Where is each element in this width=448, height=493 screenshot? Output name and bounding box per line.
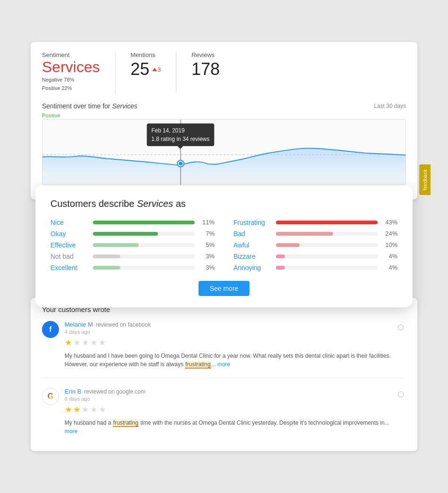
review-date-2: 6 days ago: [65, 396, 392, 402]
arrow-up-icon: [152, 68, 157, 71]
review-content-1: Melanie M reviewed on facebook 4 days ag…: [65, 321, 392, 369]
stars-2: ★ ★ ★ ★ ★: [65, 404, 392, 415]
top-card: Sentiment Services Negative 78% Positive…: [31, 42, 417, 199]
star-1-5: ★: [99, 337, 106, 348]
descriptor-label-nice: Nice: [50, 219, 88, 226]
external-link-icon-2[interactable]: ⬡: [398, 390, 404, 435]
descriptors-right: Frustrating 43% Bad 24% Awful: [233, 219, 398, 271]
descriptor-label-bad: Bad: [233, 230, 271, 238]
descriptor-label-frustrating: Frustrating: [233, 219, 271, 226]
descriptor-row-awful[interactable]: Awful 10%: [233, 241, 398, 249]
more-link-1[interactable]: more: [217, 361, 230, 368]
sentiment-block: Sentiment Services Negative 78% Positive…: [42, 51, 100, 92]
star-1-4: ★: [90, 337, 98, 348]
descriptor-label-annoying: Annoying: [233, 264, 271, 271]
review-author-2: Erin B: [65, 388, 81, 395]
descriptor-row-notbad[interactable]: Not bad 3%: [50, 253, 215, 260]
star-2-1: ★: [65, 404, 72, 415]
divider-reviews: [176, 51, 176, 92]
descriptor-row-excellent[interactable]: Excellent 3%: [50, 264, 215, 271]
pct-nice: 11%: [199, 219, 215, 226]
review-platform-1: reviewed on facebook: [96, 321, 151, 328]
sentiment-label: Sentiment: [42, 51, 100, 58]
star-1-1: ★: [65, 337, 72, 348]
descriptor-row-effective[interactable]: Effective 5%: [50, 241, 215, 249]
feedback-tab[interactable]: feedback: [419, 164, 431, 195]
pct-awful: 10%: [382, 241, 398, 248]
bottom-card: Your customers wrote f Melanie M reviewe…: [31, 298, 417, 451]
star-2-3: ★: [82, 404, 89, 415]
bar-fill-okay: [93, 232, 158, 236]
chart-header: Sentiment over time for Services Last 30…: [42, 102, 406, 110]
review-content-2: Erin B reviewed on google.com 6 days ago…: [65, 388, 392, 435]
descriptor-row-bizzare[interactable]: Bizzare 4%: [233, 253, 398, 260]
chart-section: Sentiment over time for Services Last 30…: [42, 102, 406, 192]
external-link-icon-1[interactable]: ⬡: [398, 323, 404, 369]
review-item-2: G Erin B reviewed on google.com 6 days a…: [42, 388, 404, 444]
pct-excellent: 3%: [199, 264, 215, 271]
tooltip-date: Feb 14, 2019: [151, 126, 209, 135]
descriptors-left: Nice 11% Okay 7% Effective: [50, 219, 215, 271]
star-1-2: ★: [73, 337, 81, 348]
header-row: Sentiment Services Negative 78% Positive…: [42, 51, 406, 92]
more-link-2[interactable]: more: [65, 428, 77, 435]
sentiment-value: Services: [42, 58, 100, 76]
see-more-button[interactable]: See more: [199, 281, 250, 296]
review-platform-2: reviewed on google.com: [84, 388, 145, 395]
bar-bad: [276, 232, 378, 236]
review-author-line-1: Melanie M reviewed on facebook: [65, 321, 392, 328]
review-item-1: f Melanie M reviewed on facebook 4 days …: [42, 321, 404, 378]
bar-notbad: [93, 255, 195, 258]
pct-effective: 5%: [199, 241, 215, 248]
pct-okay: 7%: [199, 230, 215, 237]
pct-bad: 24%: [382, 230, 398, 237]
reviews-value: 178: [191, 59, 220, 79]
star-2-5: ★: [99, 404, 106, 415]
bar-bizzare: [276, 255, 378, 258]
bar-okay: [93, 232, 195, 236]
stars-1: ★ ★ ★ ★ ★: [65, 337, 392, 348]
descriptor-row-nice[interactable]: Nice 11%: [50, 219, 215, 226]
mentions-value: 25 3: [131, 59, 161, 79]
reviews-list: f Melanie M reviewed on facebook 4 days …: [42, 321, 406, 444]
bar-effective: [93, 243, 195, 247]
descriptor-grid: Nice 11% Okay 7% Effective: [50, 219, 398, 271]
reviews-label: Reviews: [191, 51, 220, 58]
bar-annoying: [276, 266, 378, 270]
chart-subtitle: Last 30 days: [374, 103, 406, 109]
bar-awful: [276, 243, 378, 247]
star-2-2: ★: [73, 404, 81, 415]
chart-svg: [42, 120, 406, 185]
review-text-1: My husband and I have been going to Omeg…: [65, 352, 392, 369]
star-2-4: ★: [90, 404, 98, 415]
google-g-icon: G: [48, 392, 53, 401]
sentiment-sub: Negative 78% Positive 22%: [42, 76, 100, 92]
descriptor-row-okay[interactable]: Okay 7%: [50, 230, 215, 238]
review-author-1: Melanie M: [65, 321, 93, 328]
chart-tooltip: Feb 14, 2019 1.8 rating in 34 reviews: [147, 123, 214, 146]
star-1-3: ★: [82, 337, 89, 348]
descriptor-label-effective: Effective: [50, 241, 88, 249]
chart-title: Sentiment over time for Services: [42, 102, 137, 110]
bar-fill-effective: [93, 243, 139, 247]
descriptor-label-awful: Awful: [233, 241, 271, 249]
bar-fill-excellent: [93, 266, 120, 270]
negative-pct: 78%: [64, 77, 74, 82]
bar-fill-annoying: [276, 266, 285, 270]
review-author-line-2: Erin B reviewed on google.com: [65, 388, 392, 395]
bar-fill-awful: [276, 243, 299, 247]
mentions-block: Mentions 25 3: [131, 51, 161, 79]
avatar-google: G: [42, 388, 59, 405]
bar-fill-frustrating: [276, 221, 378, 224]
modal-card: Customers describe Services as Nice 11% …: [35, 185, 413, 307]
descriptor-row-frustrating[interactable]: Frustrating 43%: [233, 219, 398, 226]
modal-title: Customers describe Services as: [50, 198, 398, 209]
mentions-delta: 3: [152, 66, 161, 73]
pct-bizzare: 4%: [382, 253, 398, 260]
descriptor-row-annoying[interactable]: Annoying 4%: [233, 264, 398, 271]
tooltip-dot: [178, 161, 183, 166]
bar-frustrating: [276, 221, 378, 224]
pct-annoying: 4%: [382, 264, 398, 271]
bar-nice: [93, 221, 195, 224]
descriptor-row-bad[interactable]: Bad 24%: [233, 230, 398, 238]
